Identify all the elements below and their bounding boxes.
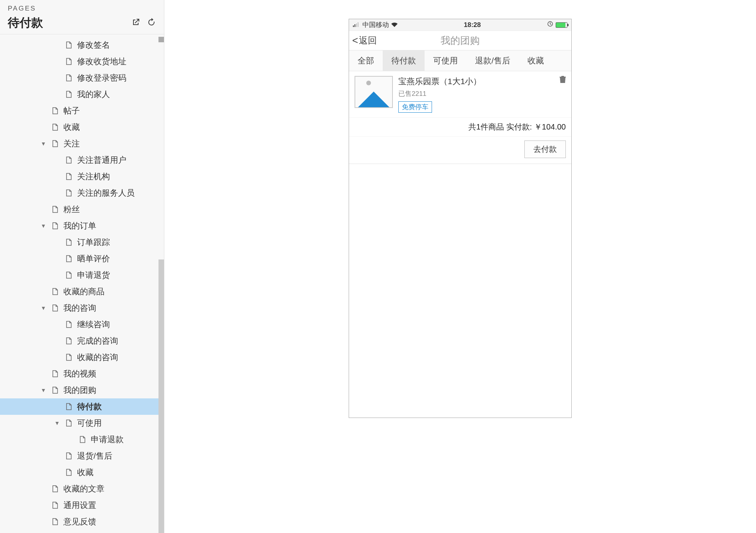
sidebar-header: PAGES 待付款 bbox=[0, 0, 164, 34]
tree-item[interactable]: 收藏的商品 bbox=[0, 283, 164, 300]
file-icon bbox=[65, 452, 72, 460]
tab[interactable]: 收藏 bbox=[519, 50, 553, 71]
tree-item-label: 收藏的商品 bbox=[63, 286, 104, 297]
product-thumbnail[interactable] bbox=[355, 76, 393, 108]
tree-item[interactable]: 继续咨询 bbox=[0, 316, 164, 333]
file-icon bbox=[51, 370, 59, 378]
tree-item-label: 收藏的咨询 bbox=[77, 352, 118, 363]
tree-item-label: 我的视频 bbox=[63, 368, 96, 379]
tree-item-label: 收藏的文章 bbox=[63, 483, 104, 494]
refresh-icon[interactable] bbox=[147, 18, 156, 29]
tree-item-label: 修改登录密码 bbox=[77, 72, 126, 83]
file-icon bbox=[65, 255, 72, 263]
tree-item-label: 关注 bbox=[63, 138, 80, 149]
tree-item[interactable]: 收藏 bbox=[0, 464, 164, 481]
tree-item[interactable]: 收藏的文章 bbox=[0, 481, 164, 497]
trash-icon[interactable] bbox=[559, 75, 567, 85]
order-summary: 共1件商品 实付款: ￥104.00 bbox=[349, 117, 571, 136]
file-icon bbox=[65, 90, 72, 98]
tab[interactable]: 退款/售后 bbox=[466, 50, 519, 71]
file-icon bbox=[51, 485, 59, 493]
tree-item[interactable]: 订单跟踪 bbox=[0, 234, 164, 250]
file-icon bbox=[51, 222, 59, 230]
tree-item-label: 我的订单 bbox=[63, 220, 96, 231]
tree-item[interactable]: 申请退款 bbox=[0, 431, 164, 448]
file-icon bbox=[51, 501, 59, 509]
tree-item[interactable]: 待付款 bbox=[0, 398, 164, 415]
order-card: 宝燕乐园票（1大1小） 已售2211 免费停车 共1件商品 实付款: ￥104.… bbox=[349, 71, 571, 164]
sync-icon bbox=[547, 21, 553, 29]
tree-item[interactable]: 晒单评价 bbox=[0, 250, 164, 267]
file-icon bbox=[65, 58, 72, 65]
battery-icon bbox=[556, 22, 567, 28]
order-sold: 已售2211 bbox=[398, 89, 566, 98]
tree-item[interactable]: 退货/售后 bbox=[0, 448, 164, 464]
tree-item[interactable]: ▼关注 bbox=[0, 135, 164, 152]
tree-item[interactable]: 关注普通用户 bbox=[0, 152, 164, 168]
order-tag: 免费停车 bbox=[398, 101, 432, 113]
tree-item-label: 收藏 bbox=[63, 122, 80, 133]
tree-item[interactable]: 收藏的咨询 bbox=[0, 349, 164, 366]
file-icon bbox=[51, 304, 59, 312]
tree-item[interactable]: 完成的咨询 bbox=[0, 333, 164, 349]
tree-item[interactable]: ▼我的咨询 bbox=[0, 300, 164, 316]
tree-item-label: 待付款 bbox=[77, 401, 102, 412]
tree-item[interactable]: 粉丝 bbox=[0, 201, 164, 218]
tab[interactable]: 可使用 bbox=[425, 50, 466, 71]
file-icon bbox=[51, 518, 59, 526]
caret-icon[interactable]: ▼ bbox=[40, 223, 47, 229]
back-button[interactable]: < 返回 bbox=[349, 34, 377, 47]
tab-bar: 全部待付款可使用退款/售后收藏 bbox=[349, 50, 571, 71]
tree-item[interactable]: 修改收货地址 bbox=[0, 53, 164, 70]
tree-item[interactable]: 帖子 bbox=[0, 103, 164, 119]
tree-item[interactable]: 修改签名 bbox=[0, 37, 164, 53]
caret-icon[interactable]: ▼ bbox=[40, 140, 47, 147]
canvas-area: 中国移动 18:28 < 返回 我的团购 全部待付款可使用退款/售后收藏 bbox=[164, 0, 756, 533]
page-tree[interactable]: 修改签名修改收货地址修改登录密码我的家人帖子收藏▼关注关注普通用户关注机构关注的… bbox=[0, 34, 164, 533]
tree-item[interactable]: 我的家人 bbox=[0, 86, 164, 103]
nav-title: 我的团购 bbox=[441, 34, 480, 47]
tree-item-label: 申请退款 bbox=[91, 434, 124, 445]
tree-item[interactable]: 修改登录密码 bbox=[0, 70, 164, 86]
file-icon bbox=[65, 189, 72, 197]
file-icon bbox=[65, 419, 72, 427]
pay-button[interactable]: 去付款 bbox=[524, 140, 566, 158]
tree-item[interactable]: 申请退货 bbox=[0, 267, 164, 283]
tree-item[interactable]: 我的视频 bbox=[0, 366, 164, 382]
tree-item-label: 申请退货 bbox=[77, 270, 110, 281]
tree-item-label: 我的家人 bbox=[77, 89, 110, 100]
tree-item[interactable]: 关注的服务人员 bbox=[0, 185, 164, 201]
tree-item-label: 修改签名 bbox=[77, 40, 110, 50]
svg-rect-3 bbox=[358, 22, 358, 27]
tree-item[interactable]: ▼我的团购 bbox=[0, 382, 164, 398]
signal-icon bbox=[353, 21, 360, 29]
tree-item-label: 我的团购 bbox=[63, 385, 96, 396]
scrollbar-thumb[interactable] bbox=[158, 259, 164, 533]
tree-item[interactable]: 意见反馈 bbox=[0, 513, 164, 530]
tree-item[interactable]: 收藏 bbox=[0, 119, 164, 135]
sidebar: PAGES 待付款 修改签名修改收货地址修改登录密码我的家人帖子收藏▼关注关注普… bbox=[0, 0, 164, 533]
tree-item-label: 关注普通用户 bbox=[77, 155, 126, 166]
tree-item[interactable]: ▼可使用 bbox=[0, 415, 164, 431]
tab[interactable]: 待付款 bbox=[383, 50, 425, 71]
tree-item[interactable]: 通用设置 bbox=[0, 497, 164, 513]
tab[interactable]: 全部 bbox=[349, 50, 383, 71]
caret-icon[interactable]: ▼ bbox=[54, 420, 61, 426]
wifi-icon bbox=[391, 21, 398, 29]
file-icon bbox=[78, 436, 86, 443]
svg-rect-0 bbox=[353, 25, 354, 27]
carrier-label: 中国移动 bbox=[362, 20, 389, 29]
caret-icon[interactable]: ▼ bbox=[40, 305, 47, 311]
caret-icon[interactable]: ▼ bbox=[40, 387, 47, 393]
tree-item[interactable]: ▼我的订单 bbox=[0, 218, 164, 234]
chevron-left-icon: < bbox=[352, 34, 358, 47]
file-icon bbox=[65, 403, 72, 411]
tree-item-label: 退货/售后 bbox=[77, 450, 112, 461]
tree-item[interactable]: 关注机构 bbox=[0, 168, 164, 185]
file-icon bbox=[65, 41, 72, 49]
scroll-up-indicator[interactable] bbox=[158, 37, 164, 42]
export-icon[interactable] bbox=[131, 18, 140, 29]
pages-label: PAGES bbox=[8, 5, 156, 13]
file-icon bbox=[65, 337, 72, 345]
svg-rect-2 bbox=[356, 23, 357, 27]
